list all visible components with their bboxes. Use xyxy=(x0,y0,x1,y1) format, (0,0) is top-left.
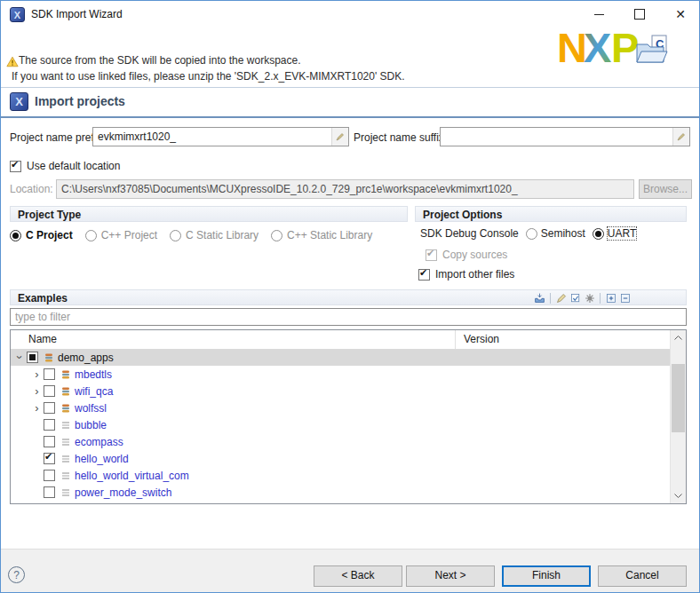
close-icon: ✕ xyxy=(675,7,686,21)
c-project-folder-icon: C xyxy=(635,35,669,67)
chevron-down-icon[interactable]: › xyxy=(14,351,26,364)
project-name-suffix-input[interactable] xyxy=(440,127,690,146)
footer-bar: ? < Back Next > Finish Cancel xyxy=(1,549,699,592)
example-item-icon xyxy=(60,487,72,498)
collapse-all-icon[interactable] xyxy=(619,292,631,304)
import-other-files-checkbox[interactable] xyxy=(418,269,430,281)
tree-item-checkbox[interactable] xyxy=(44,453,55,464)
window-title: SDK Import Wizard xyxy=(31,1,123,28)
radio-uart[interactable]: UART xyxy=(593,226,636,241)
component-stack-icon xyxy=(60,386,72,397)
prefix-field-wrap xyxy=(92,127,349,146)
radio-c-project[interactable]: C Project xyxy=(10,228,73,242)
select-checkbox-icon[interactable] xyxy=(569,292,581,304)
project-type-header: Project Type xyxy=(10,206,408,222)
scroll-up-icon[interactable] xyxy=(671,330,686,345)
tree-row[interactable]: ›demo_apps xyxy=(11,349,671,366)
radio-cpp-project[interactable]: C++ Project xyxy=(85,228,157,242)
tree-item-label: power_mode_switch xyxy=(75,486,171,499)
minimize-button[interactable] xyxy=(578,1,619,28)
tree-item-checkbox[interactable] xyxy=(44,470,55,481)
radio-semihost[interactable]: Semihost xyxy=(526,226,585,241)
column-divider[interactable] xyxy=(455,330,456,349)
suffix-label: Project name suffix: xyxy=(354,131,447,144)
component-stack-icon xyxy=(60,369,72,380)
sprocket-icon[interactable] xyxy=(584,292,595,304)
copy-sources-checkbox xyxy=(426,249,437,261)
wizard-header: X Import projects xyxy=(1,88,699,118)
pencil-icon xyxy=(331,128,348,146)
use-default-location-row: Use default location xyxy=(10,159,120,173)
tree-item-checkbox[interactable] xyxy=(44,402,55,414)
tree-item-checkbox[interactable] xyxy=(44,436,55,447)
column-header-name[interactable]: Name xyxy=(28,330,57,348)
tree-item-checkbox[interactable] xyxy=(44,368,55,380)
maximize-icon xyxy=(634,9,645,20)
chevron-right-icon[interactable]: › xyxy=(30,385,44,397)
tree-row[interactable]: ›wifi_qca xyxy=(11,383,671,399)
examples-toolbar xyxy=(534,292,631,304)
location-input xyxy=(56,179,634,199)
tree-item-checkbox[interactable] xyxy=(27,352,38,363)
project-options-header: Project Options xyxy=(415,206,687,222)
close-button[interactable]: ✕ xyxy=(660,1,700,28)
chevron-right-icon[interactable]: › xyxy=(30,402,44,414)
svg-text:X: X xyxy=(584,26,611,68)
message-line1: The source from the SDK will be copied i… xyxy=(19,54,300,67)
examples-filter-input[interactable] xyxy=(10,308,687,326)
use-default-location-label: Use default location xyxy=(27,160,120,172)
tree-item-checkbox[interactable] xyxy=(44,486,55,498)
import-archive-icon[interactable] xyxy=(534,292,545,304)
examples-header: Examples xyxy=(10,289,687,305)
message-line2: If you want to use linked files, please … xyxy=(12,70,405,83)
project-name-prefix-input[interactable] xyxy=(92,127,349,146)
radio-label: C++ Project xyxy=(101,229,157,241)
tree-row[interactable]: power_mode_switch xyxy=(11,484,671,501)
suffix-field-wrap xyxy=(440,127,690,146)
tree-row[interactable] xyxy=(11,501,671,503)
example-item-icon xyxy=(60,470,72,481)
chevron-right-icon[interactable]: › xyxy=(30,368,44,380)
table-header: Name Version xyxy=(11,330,671,350)
tree-item-checkbox[interactable] xyxy=(44,419,55,431)
tree-row[interactable]: bubble xyxy=(11,416,671,433)
project-type-radios: C Project C++ Project C Static Library C… xyxy=(10,228,372,242)
component-stack-icon xyxy=(60,403,72,414)
column-header-version[interactable]: Version xyxy=(464,330,499,348)
radio-cpp-static-library[interactable]: C++ Static Library xyxy=(271,228,372,242)
radio-icon xyxy=(593,228,604,240)
tree-row[interactable]: ›wolfssl xyxy=(11,399,671,416)
copy-sources-row: Copy sources xyxy=(426,248,507,262)
edit-icon[interactable] xyxy=(555,292,567,304)
tree-row[interactable]: ecompass xyxy=(11,433,671,450)
tree-item-label: mbedtls xyxy=(75,368,112,381)
vertical-scrollbar[interactable] xyxy=(670,330,686,503)
tree-row[interactable]: hello_world_virtual_com xyxy=(11,467,671,484)
scroll-down-icon[interactable] xyxy=(671,488,686,503)
tree-row[interactable]: ›mbedtls xyxy=(11,366,671,383)
warning-icon xyxy=(6,56,19,70)
finish-button[interactable]: Finish xyxy=(502,565,591,587)
next-button[interactable]: Next > xyxy=(406,565,495,587)
copy-sources-label: Copy sources xyxy=(442,249,507,261)
expand-all-icon[interactable] xyxy=(605,292,616,304)
location-label: Location: xyxy=(10,183,53,195)
help-icon[interactable]: ? xyxy=(8,566,25,583)
radio-label: C Static Library xyxy=(186,229,259,241)
maximize-button[interactable] xyxy=(619,1,660,28)
tree-body: ›demo_apps›mbedtls›wifi_qca›wolfsslbubbl… xyxy=(11,349,671,503)
radio-icon xyxy=(526,228,537,240)
use-default-location-checkbox[interactable] xyxy=(10,161,21,172)
nxp-logo: N X P xyxy=(559,26,642,71)
cancel-button[interactable]: Cancel xyxy=(598,565,687,587)
tree-item-label: wifi_qca xyxy=(75,385,113,398)
back-button[interactable]: < Back xyxy=(314,565,402,587)
tree-item-checkbox[interactable] xyxy=(44,385,55,397)
component-stack-icon xyxy=(43,352,55,363)
scrollbar-thumb[interactable] xyxy=(672,364,685,432)
browse-button[interactable]: Browse... xyxy=(639,179,692,199)
radio-c-static-library[interactable]: C Static Library xyxy=(170,228,259,242)
tree-item-label: bubble xyxy=(75,419,107,431)
tree-row[interactable]: hello_world xyxy=(11,450,671,467)
import-other-files-row: Import other files xyxy=(418,267,514,281)
